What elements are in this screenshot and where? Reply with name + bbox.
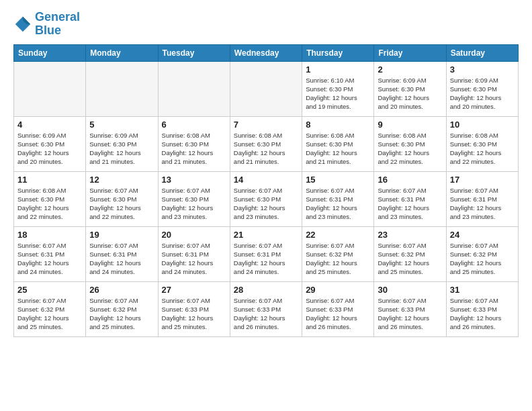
day-info: Sunrise: 6:08 AM Sunset: 6:30 PM Dayligh… — [450, 131, 515, 167]
calendar-cell: 15Sunrise: 6:07 AM Sunset: 6:31 PM Dayli… — [302, 171, 374, 226]
day-number: 3 — [450, 64, 515, 75]
calendar-cell — [14, 61, 86, 116]
calendar-cell: 22Sunrise: 6:07 AM Sunset: 6:32 PM Dayli… — [302, 226, 374, 281]
day-number: 17 — [450, 175, 515, 185]
day-info: Sunrise: 6:07 AM Sunset: 6:31 PM Dayligh… — [162, 241, 226, 277]
day-info: Sunrise: 6:07 AM Sunset: 6:31 PM Dayligh… — [306, 186, 370, 222]
calendar-week-row: 11Sunrise: 6:08 AM Sunset: 6:30 PM Dayli… — [14, 171, 519, 226]
day-info: Sunrise: 6:07 AM Sunset: 6:32 PM Dayligh… — [450, 241, 515, 277]
calendar-cell: 2Sunrise: 6:09 AM Sunset: 6:30 PM Daylig… — [374, 61, 446, 116]
calendar-cell — [230, 61, 302, 116]
calendar-cell: 9Sunrise: 6:08 AM Sunset: 6:30 PM Daylig… — [374, 116, 446, 171]
day-number: 6 — [162, 120, 226, 130]
day-info: Sunrise: 6:07 AM Sunset: 6:32 PM Dayligh… — [378, 241, 442, 277]
day-info: Sunrise: 6:07 AM Sunset: 6:32 PM Dayligh… — [17, 296, 82, 332]
calendar-table: SundayMondayTuesdayWednesdayThursdayFrid… — [13, 44, 519, 337]
day-number: 26 — [89, 285, 154, 295]
day-info: Sunrise: 6:09 AM Sunset: 6:30 PM Dayligh… — [89, 131, 154, 167]
day-number: 27 — [162, 285, 226, 295]
calendar-week-row: 4Sunrise: 6:09 AM Sunset: 6:30 PM Daylig… — [14, 116, 519, 171]
day-info: Sunrise: 6:07 AM Sunset: 6:30 PM Dayligh… — [89, 186, 154, 222]
calendar-cell: 17Sunrise: 6:07 AM Sunset: 6:31 PM Dayli… — [446, 171, 518, 226]
calendar-cell: 4Sunrise: 6:09 AM Sunset: 6:30 PM Daylig… — [14, 116, 86, 171]
day-number: 18 — [17, 230, 82, 240]
col-header-sunday: Sunday — [14, 44, 86, 61]
day-number: 2 — [378, 64, 442, 75]
day-number: 29 — [306, 285, 370, 295]
calendar-cell: 8Sunrise: 6:08 AM Sunset: 6:30 PM Daylig… — [302, 116, 374, 171]
day-info: Sunrise: 6:07 AM Sunset: 6:31 PM Dayligh… — [450, 186, 515, 222]
col-header-tuesday: Tuesday — [158, 44, 230, 61]
day-number: 24 — [450, 230, 515, 240]
calendar-cell: 20Sunrise: 6:07 AM Sunset: 6:31 PM Dayli… — [158, 226, 230, 281]
day-info: Sunrise: 6:08 AM Sunset: 6:30 PM Dayligh… — [162, 131, 226, 167]
day-info: Sunrise: 6:07 AM Sunset: 6:33 PM Dayligh… — [450, 296, 515, 332]
day-number: 4 — [17, 120, 82, 130]
day-info: Sunrise: 6:07 AM Sunset: 6:32 PM Dayligh… — [306, 241, 370, 277]
day-number: 19 — [89, 230, 154, 240]
logo-text: General Blue — [35, 11, 80, 38]
calendar-cell: 16Sunrise: 6:07 AM Sunset: 6:31 PM Dayli… — [374, 171, 446, 226]
day-info: Sunrise: 6:08 AM Sunset: 6:30 PM Dayligh… — [378, 131, 442, 167]
calendar-week-row: 18Sunrise: 6:07 AM Sunset: 6:31 PM Dayli… — [14, 226, 519, 281]
day-number: 5 — [89, 120, 154, 130]
header: General Blue — [13, 11, 519, 38]
day-info: Sunrise: 6:10 AM Sunset: 6:30 PM Dayligh… — [306, 76, 370, 111]
day-info: Sunrise: 6:07 AM Sunset: 6:31 PM Dayligh… — [89, 241, 154, 277]
day-number: 10 — [450, 120, 515, 130]
calendar-cell: 24Sunrise: 6:07 AM Sunset: 6:32 PM Dayli… — [446, 226, 518, 281]
day-number: 30 — [378, 285, 442, 295]
calendar-cell: 26Sunrise: 6:07 AM Sunset: 6:32 PM Dayli… — [86, 281, 158, 336]
calendar-cell: 23Sunrise: 6:07 AM Sunset: 6:32 PM Dayli… — [374, 226, 446, 281]
day-number: 23 — [378, 230, 442, 240]
calendar-cell: 1Sunrise: 6:10 AM Sunset: 6:30 PM Daylig… — [302, 61, 374, 116]
day-info: Sunrise: 6:09 AM Sunset: 6:30 PM Dayligh… — [17, 131, 82, 167]
calendar-cell: 7Sunrise: 6:08 AM Sunset: 6:30 PM Daylig… — [230, 116, 302, 171]
calendar-cell: 18Sunrise: 6:07 AM Sunset: 6:31 PM Dayli… — [14, 226, 86, 281]
day-number: 28 — [234, 285, 298, 295]
calendar-cell: 13Sunrise: 6:07 AM Sunset: 6:30 PM Dayli… — [158, 171, 230, 226]
col-header-wednesday: Wednesday — [230, 44, 302, 61]
day-info: Sunrise: 6:08 AM Sunset: 6:30 PM Dayligh… — [17, 186, 82, 222]
calendar-cell: 25Sunrise: 6:07 AM Sunset: 6:32 PM Dayli… — [14, 281, 86, 336]
calendar-cell: 11Sunrise: 6:08 AM Sunset: 6:30 PM Dayli… — [14, 171, 86, 226]
calendar-cell: 19Sunrise: 6:07 AM Sunset: 6:31 PM Dayli… — [86, 226, 158, 281]
calendar-cell: 14Sunrise: 6:07 AM Sunset: 6:30 PM Dayli… — [230, 171, 302, 226]
calendar-cell: 27Sunrise: 6:07 AM Sunset: 6:33 PM Dayli… — [158, 281, 230, 336]
calendar-header-row: SundayMondayTuesdayWednesdayThursdayFrid… — [14, 44, 519, 61]
calendar-cell: 21Sunrise: 6:07 AM Sunset: 6:31 PM Dayli… — [230, 226, 302, 281]
logo: General Blue — [13, 11, 80, 38]
day-info: Sunrise: 6:09 AM Sunset: 6:30 PM Dayligh… — [378, 76, 442, 111]
page: General Blue SundayMondayTuesdayWednesda… — [0, 0, 532, 411]
calendar-cell: 30Sunrise: 6:07 AM Sunset: 6:33 PM Dayli… — [374, 281, 446, 336]
day-info: Sunrise: 6:07 AM Sunset: 6:33 PM Dayligh… — [306, 296, 370, 332]
day-number: 20 — [162, 230, 226, 240]
day-number: 31 — [450, 285, 515, 295]
day-number: 25 — [17, 285, 82, 295]
day-info: Sunrise: 6:09 AM Sunset: 6:30 PM Dayligh… — [450, 76, 515, 111]
day-info: Sunrise: 6:07 AM Sunset: 6:33 PM Dayligh… — [378, 296, 442, 332]
day-info: Sunrise: 6:07 AM Sunset: 6:32 PM Dayligh… — [89, 296, 154, 332]
day-info: Sunrise: 6:07 AM Sunset: 6:31 PM Dayligh… — [234, 241, 298, 277]
day-number: 13 — [162, 175, 226, 185]
day-number: 22 — [306, 230, 370, 240]
logo-icon — [13, 15, 32, 34]
calendar-cell: 28Sunrise: 6:07 AM Sunset: 6:33 PM Dayli… — [230, 281, 302, 336]
calendar-cell: 29Sunrise: 6:07 AM Sunset: 6:33 PM Dayli… — [302, 281, 374, 336]
day-info: Sunrise: 6:07 AM Sunset: 6:30 PM Dayligh… — [162, 186, 226, 222]
day-info: Sunrise: 6:07 AM Sunset: 6:31 PM Dayligh… — [17, 241, 82, 277]
day-number: 1 — [306, 64, 370, 75]
calendar-cell: 3Sunrise: 6:09 AM Sunset: 6:30 PM Daylig… — [446, 61, 518, 116]
day-number: 11 — [17, 175, 82, 185]
calendar-cell — [158, 61, 230, 116]
col-header-friday: Friday — [374, 44, 446, 61]
calendar-cell: 6Sunrise: 6:08 AM Sunset: 6:30 PM Daylig… — [158, 116, 230, 171]
day-info: Sunrise: 6:07 AM Sunset: 6:33 PM Dayligh… — [234, 296, 298, 332]
day-number: 21 — [234, 230, 298, 240]
col-header-monday: Monday — [86, 44, 158, 61]
day-number: 14 — [234, 175, 298, 185]
day-info: Sunrise: 6:08 AM Sunset: 6:30 PM Dayligh… — [306, 131, 370, 167]
day-number: 16 — [378, 175, 442, 185]
day-info: Sunrise: 6:07 AM Sunset: 6:33 PM Dayligh… — [162, 296, 226, 332]
col-header-thursday: Thursday — [302, 44, 374, 61]
